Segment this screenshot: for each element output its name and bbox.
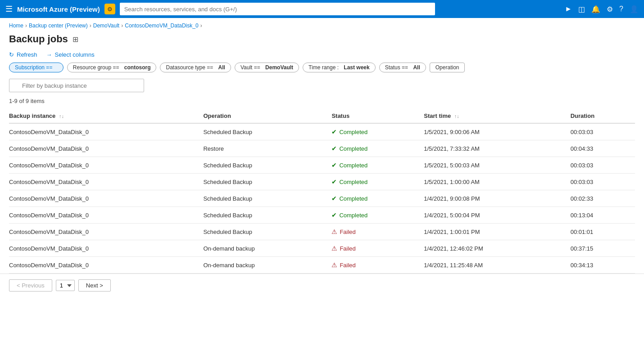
pin-icon[interactable]: ⊞ [73, 35, 78, 44]
cell-status: ⚠Failed [331, 240, 424, 257]
filter-chip-5[interactable]: Status == All [379, 63, 426, 72]
cell-duration: 00:04:33 [571, 140, 635, 157]
cell-starttime: 1/4/2021, 11:25:48 AM [424, 257, 570, 274]
status-ok-icon: ✔ [331, 195, 337, 202]
cell-starttime: 1/5/2021, 7:33:32 AM [424, 140, 570, 157]
table-row[interactable]: ContosoDemoVM_DataDisk_0 Scheduled Backu… [9, 207, 635, 224]
notification-badge[interactable]: ⚙ [104, 4, 115, 14]
page-title-row: Backup jobs ⊞ [0, 31, 644, 49]
cell-starttime: 1/4/2021, 1:00:01 PM [424, 224, 570, 240]
cell-status: ⚠Failed [331, 224, 424, 240]
cell-starttime: 1/4/2021, 5:00:04 PM [424, 207, 570, 224]
breadcrumb: Home › Backup center (Preview) › DemoVau… [0, 18, 644, 31]
cell-duration: 00:03:03 [571, 157, 635, 174]
cell-operation: Scheduled Backup [203, 123, 331, 140]
table-wrap: Backup instance ↑↓ Operation Status Star… [0, 109, 644, 274]
sort-icon-instance: ↑↓ [59, 113, 64, 119]
filter-chip-0[interactable]: Subscription == [9, 63, 63, 72]
jobs-table: Backup instance ↑↓ Operation Status Star… [9, 109, 635, 274]
table-row[interactable]: ContosoDemoVM_DataDisk_0 Restore ✔Comple… [9, 140, 635, 157]
cell-starttime: 1/5/2021, 1:00:00 AM [424, 174, 570, 190]
next-button[interactable]: Next > [78, 279, 111, 292]
cell-instance: ContosoDemoVM_DataDisk_0 [9, 123, 203, 140]
columns-label: Select columns [55, 51, 95, 58]
cell-operation: Scheduled Backup [203, 157, 331, 174]
select-columns-button[interactable]: → Select columns [46, 51, 95, 58]
menu-icon[interactable]: ☰ [5, 4, 13, 14]
filter-chip-4[interactable]: Time range : Last week [303, 63, 376, 72]
refresh-label: Refresh [17, 51, 37, 58]
cell-duration: 00:01:01 [571, 224, 635, 240]
bell-icon[interactable]: 🔔 [591, 5, 600, 13]
col-start-time[interactable]: Start time ↑↓ [424, 109, 570, 123]
topbar-icon-group: ► ◫ 🔔 ⚙ ? 👤 [565, 5, 639, 13]
col-duration: Duration [571, 109, 635, 123]
table-row[interactable]: ContosoDemoVM_DataDisk_0 Scheduled Backu… [9, 224, 635, 240]
filter-row: Subscription == Resource group == contos… [0, 63, 644, 79]
item-count: 1-9 of 9 items [0, 97, 644, 109]
table-row[interactable]: ContosoDemoVM_DataDisk_0 Scheduled Backu… [9, 123, 635, 140]
cell-status: ✔Completed [331, 174, 424, 190]
cell-instance: ContosoDemoVM_DataDisk_0 [9, 207, 203, 224]
table-row[interactable]: ContosoDemoVM_DataDisk_0 On-demand backu… [9, 257, 635, 274]
filter-chip-1[interactable]: Resource group == contosorg [67, 63, 157, 72]
topbar: ☰ Microsoft Azure (Preview) ⚙ ► ◫ 🔔 ⚙ ? … [0, 0, 644, 18]
cell-duration: 00:37:15 [571, 240, 635, 257]
cell-instance: ContosoDemoVM_DataDisk_0 [9, 240, 203, 257]
status-fail-icon: ⚠ [331, 261, 337, 269]
filter-chip-3[interactable]: Vault == DemoVault [235, 63, 299, 72]
previous-button[interactable]: < Previous [9, 279, 52, 292]
cell-status: ✔Completed [331, 157, 424, 174]
cell-status: ✔Completed [331, 123, 424, 140]
account-icon[interactable]: 👤 [630, 5, 639, 13]
refresh-icon: ↻ [9, 51, 14, 58]
status-fail-icon: ⚠ [331, 228, 337, 235]
terminal-icon[interactable]: ► [565, 5, 572, 13]
status-ok-icon: ✔ [331, 162, 337, 169]
cell-starttime: 1/4/2021, 12:46:02 PM [424, 240, 570, 257]
breadcrumb-backup-center[interactable]: Backup center (Preview) [29, 22, 88, 29]
cell-status: ✔Completed [331, 140, 424, 157]
cell-duration: 00:34:13 [571, 257, 635, 274]
status-ok-icon: ✔ [331, 211, 337, 219]
cell-duration: 00:03:03 [571, 123, 635, 140]
cell-starttime: 1/4/2021, 9:00:08 PM [424, 190, 570, 207]
cell-operation: Scheduled Backup [203, 190, 331, 207]
cell-operation: Scheduled Backup [203, 207, 331, 224]
settings-icon[interactable]: ⚙ [607, 5, 613, 13]
cell-instance: ContosoDemoVM_DataDisk_0 [9, 224, 203, 240]
global-search-input[interactable] [120, 3, 435, 15]
page-select[interactable]: 1 [56, 280, 75, 291]
cell-operation: On-demand backup [203, 240, 331, 257]
cell-duration: 00:03:03 [571, 174, 635, 190]
status-fail-icon: ⚠ [331, 245, 337, 252]
help-icon[interactable]: ? [619, 5, 623, 13]
cell-instance: ContosoDemoVM_DataDisk_0 [9, 190, 203, 207]
search-row: ⚲ [0, 79, 644, 97]
backup-instance-filter-input[interactable] [9, 79, 144, 92]
cell-instance: ContosoDemoVM_DataDisk_0 [9, 140, 203, 157]
breadcrumb-demovault[interactable]: DemoVault [93, 22, 119, 29]
directory-icon[interactable]: ◫ [578, 5, 585, 13]
columns-icon: → [46, 51, 52, 58]
breadcrumb-home[interactable]: Home [9, 22, 23, 29]
refresh-button[interactable]: ↻ Refresh [9, 51, 37, 58]
table-row[interactable]: ContosoDemoVM_DataDisk_0 Scheduled Backu… [9, 157, 635, 174]
toolbar: ↻ Refresh → Select columns [0, 49, 644, 63]
table-row[interactable]: ContosoDemoVM_DataDisk_0 On-demand backu… [9, 240, 635, 257]
col-backup-instance[interactable]: Backup instance ↑↓ [9, 109, 203, 123]
breadcrumb-disk[interactable]: ContosoDemoVM_DataDisk_0 [125, 22, 198, 29]
cell-duration: 00:02:33 [571, 190, 635, 207]
page-title: Backup jobs [9, 33, 68, 45]
filter-chip-2[interactable]: Datasource type == All [160, 63, 231, 72]
cell-instance: ContosoDemoVM_DataDisk_0 [9, 157, 203, 174]
table-row[interactable]: ContosoDemoVM_DataDisk_0 Scheduled Backu… [9, 190, 635, 207]
cell-starttime: 1/5/2021, 9:00:06 AM [424, 123, 570, 140]
pagination: < Previous 1 Next > [0, 274, 644, 297]
table-row[interactable]: ContosoDemoVM_DataDisk_0 Scheduled Backu… [9, 174, 635, 190]
cell-status: ✔Completed [331, 207, 424, 224]
cell-operation: Restore [203, 140, 331, 157]
operation-filter-chip[interactable]: Operation [430, 63, 465, 72]
cell-starttime: 1/5/2021, 5:00:03 AM [424, 157, 570, 174]
cell-duration: 00:13:04 [571, 207, 635, 224]
